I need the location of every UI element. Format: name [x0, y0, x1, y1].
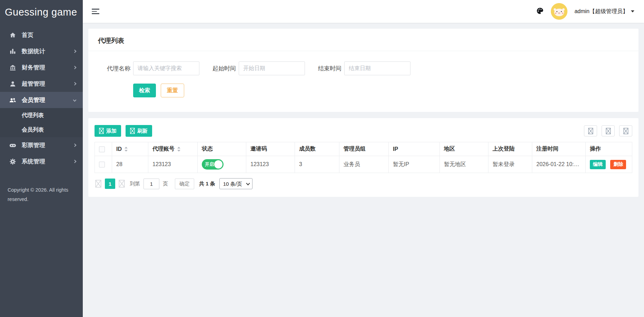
table-tool-button-3[interactable] [619, 125, 632, 136]
refresh-button-label: 刷新 [137, 128, 148, 134]
pagination: 1 到第 页 确定 共 1 条 10 条/页 [95, 178, 632, 189]
palette-icon [536, 7, 544, 16]
user-avatar[interactable] [551, 3, 567, 20]
sidebar-item-label: 会员管理 [22, 96, 45, 104]
total-count: 共 1 条 [199, 181, 215, 187]
theme-palette-button[interactable] [536, 7, 544, 16]
add-button[interactable]: 添加 [95, 125, 121, 137]
column-header-actions: 操作 [586, 142, 632, 156]
column-header-invite: 邀请码 [246, 142, 295, 156]
bank-icon [9, 64, 17, 71]
column-label: 代理账号 [152, 145, 175, 153]
column-header-id[interactable]: ID [112, 142, 148, 156]
table-card: 添加 刷新 [88, 118, 638, 197]
column-header-region: 地区 [440, 142, 488, 156]
column-header-ip: IP [389, 142, 440, 156]
sidebar: Guessing game 首页 数据统计 财务管理 [0, 0, 83, 317]
cell-register-time: 2026-01-22 10:… [532, 156, 586, 173]
gamepad-icon [9, 142, 17, 149]
filter-form: 代理名称 起始时间 结束时间 检索 [97, 61, 630, 97]
topbar: admin【超级管理员】 [83, 0, 644, 23]
sidebar-subitem-label: 会员列表 [22, 126, 44, 134]
sidebar-subitem-agent-list[interactable]: 代理列表 [0, 108, 83, 123]
current-page[interactable]: 1 [105, 179, 115, 189]
missing-glyph-icon [95, 180, 101, 188]
status-toggle-label: 开启 [205, 161, 214, 167]
agent-table: ID 代理账号 状态 邀请码 成员数 管理员组 IP [95, 142, 632, 173]
sidebar-submenu: 代理列表 会员列表 [0, 108, 83, 137]
start-time-field: 起始时间 [212, 61, 305, 75]
chevron-right-icon [73, 50, 77, 53]
main-area: admin【超级管理员】 代理列表 代理名称 起始时间 [83, 0, 644, 317]
column-header-account[interactable]: 代理账号 [148, 142, 198, 156]
sort-icon[interactable] [124, 146, 128, 152]
edit-button[interactable]: 编辑 [590, 160, 606, 169]
caret-down-icon [631, 10, 634, 12]
users-icon [9, 97, 17, 104]
missing-glyph-icon [588, 128, 593, 134]
sidebar-subitem-member-list[interactable]: 会员列表 [0, 123, 83, 137]
sidebar-item-superadmin[interactable]: 超管管理 [0, 76, 83, 92]
bar-chart-icon [9, 48, 17, 55]
prev-page-button[interactable] [95, 180, 101, 188]
divider [88, 51, 638, 51]
cell-member-count: 3 [295, 156, 339, 173]
sidebar-item-lottery[interactable]: 彩票管理 [0, 137, 83, 153]
select-all-checkbox[interactable] [99, 146, 105, 152]
goto-confirm-button[interactable]: 确定 [175, 179, 194, 189]
cell-last-login: 暂未登录 [488, 156, 532, 173]
start-date-input[interactable] [239, 61, 305, 75]
end-time-field: 结束时间 [318, 61, 410, 75]
chevron-right-icon [73, 66, 77, 69]
cell-ip: 暂无IP [389, 156, 440, 173]
page-content: 代理列表 代理名称 起始时间 结束时间 [83, 23, 644, 317]
agent-name-input[interactable] [133, 61, 199, 75]
toggle-knob [214, 160, 222, 169]
table-tools [584, 125, 632, 136]
sidebar-item-label: 财务管理 [22, 64, 45, 71]
chevron-right-icon [73, 144, 77, 147]
sidebar-item-statistics[interactable]: 数据统计 [0, 43, 83, 59]
table-header-row: ID 代理账号 状态 邀请码 成员数 管理员组 IP [95, 142, 632, 156]
reset-button[interactable]: 重置 [161, 84, 184, 97]
row-checkbox[interactable] [99, 162, 105, 167]
next-page-button[interactable] [119, 180, 125, 188]
column-header-status: 状态 [198, 142, 246, 156]
goto-page-input[interactable] [143, 179, 159, 189]
sidebar-item-members[interactable]: 会员管理 [0, 92, 83, 108]
column-header-lastlogin: 上次登陆 [488, 142, 532, 156]
filter-card: 代理列表 代理名称 起始时间 结束时间 [88, 29, 638, 112]
cell-region: 暂无地区 [440, 156, 488, 173]
menu-toggle-button[interactable] [92, 9, 99, 14]
home-icon [9, 32, 17, 39]
sidebar-item-label: 首页 [22, 31, 33, 39]
sidebar-menu: 首页 数据统计 财务管理 超管管理 [0, 27, 83, 170]
delete-button[interactable]: 删除 [610, 160, 626, 169]
end-time-label: 结束时间 [318, 65, 341, 73]
goto-suffix: 页 [163, 181, 168, 187]
goto-prefix: 到第 [130, 181, 140, 187]
avatar-pig-face [551, 3, 567, 20]
cell-id: 28 [112, 156, 148, 173]
sidebar-item-system[interactable]: 系统管理 [0, 153, 83, 170]
add-button-label: 添加 [106, 128, 117, 134]
table-tool-button-1[interactable] [584, 125, 597, 136]
sidebar-item-finance[interactable]: 财务管理 [0, 59, 83, 76]
sidebar-item-label: 数据统计 [22, 47, 45, 55]
missing-glyph-icon [623, 128, 628, 134]
search-button[interactable]: 检索 [133, 84, 156, 97]
missing-glyph-icon [130, 128, 135, 134]
status-toggle[interactable]: 开启 [202, 159, 224, 170]
table-tool-button-2[interactable] [602, 125, 615, 136]
missing-glyph-icon [606, 128, 611, 134]
sort-icon[interactable] [177, 146, 181, 152]
sidebar-item-home[interactable]: 首页 [0, 27, 83, 43]
refresh-button[interactable]: 刷新 [126, 125, 152, 137]
missing-glyph-icon [99, 128, 104, 134]
cell-admin-group: 业务员 [339, 156, 389, 173]
page-size-select[interactable]: 10 条/页 [219, 178, 252, 189]
table-row: 28 123123 开启 123123 3 业务员 暂无I [95, 156, 632, 173]
user-menu[interactable]: admin【超级管理员】 [574, 8, 634, 15]
end-date-input[interactable] [344, 61, 410, 75]
column-header-regtime: 注册时间 [532, 142, 586, 156]
